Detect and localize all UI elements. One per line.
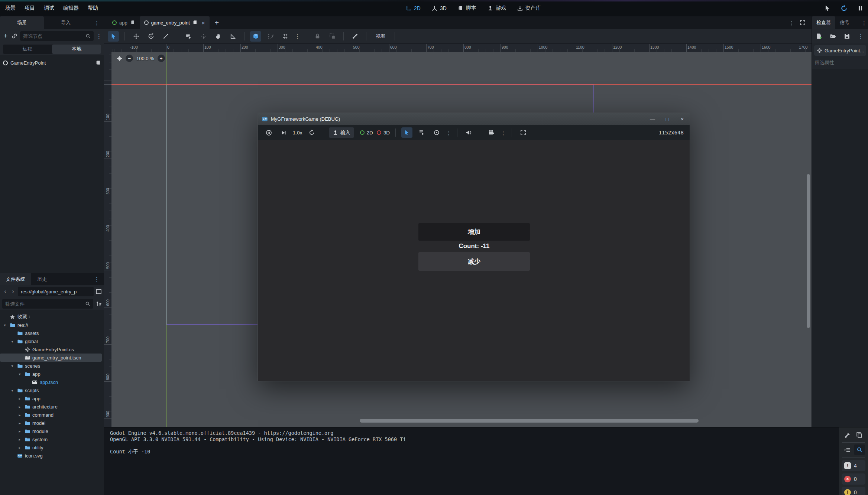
remote-tab[interactable]: 远程 <box>3 45 52 54</box>
game-select-tool-button[interactable] <box>401 127 412 138</box>
camera-3d-button[interactable]: 3D <box>377 130 390 136</box>
tree-arrow-icon[interactable]: ▸ <box>17 429 22 433</box>
input-toggle-button[interactable]: 输入 <box>329 127 354 138</box>
scene-tab-app[interactable]: app <box>108 16 140 29</box>
fs-tree-row[interactable]: ▾global <box>0 337 102 345</box>
fs-tree-row[interactable]: ▾scripts <box>0 386 102 394</box>
view-menu-button[interactable]: 视图 <box>372 33 389 40</box>
camera-2d-button[interactable]: 2D <box>360 130 373 136</box>
menu-project[interactable]: 项目 <box>25 5 35 12</box>
clear-output-button[interactable] <box>843 430 852 439</box>
fs-tree-row[interactable]: assets <box>0 329 102 337</box>
tree-arrow-icon[interactable]: ▾ <box>10 388 15 393</box>
pause-game-icon[interactable] <box>857 5 864 12</box>
new-scene-tab-button[interactable]: + <box>215 19 219 27</box>
workspace-3d-button[interactable]: 3D <box>432 5 447 11</box>
menu-scene[interactable]: 场景 <box>5 5 16 12</box>
script-icon[interactable] <box>130 20 135 25</box>
fs-tree-row[interactable]: ▸architecture <box>0 403 102 411</box>
menu-help[interactable]: 帮助 <box>88 5 98 12</box>
fs-tree-row[interactable]: ▾app <box>0 370 102 378</box>
fs-tree-row[interactable]: ▸module <box>0 427 102 435</box>
distraction-free-icon[interactable] <box>800 20 806 26</box>
fs-tree-row[interactable]: GameEntryPoint.cs <box>0 345 102 354</box>
fs-tree-row[interactable]: ▾scenes <box>0 362 102 370</box>
game-menu-icon[interactable]: ⋮ <box>446 130 451 136</box>
select-tool-button[interactable] <box>108 31 119 42</box>
snap-options-menu-icon[interactable]: ⋮ <box>295 33 300 39</box>
fs-tree-row[interactable]: ▾res:// <box>0 321 102 329</box>
fs-tree-row[interactable]: game_entry_point.tscn <box>0 354 102 362</box>
dock-tabs-overflow-icon[interactable]: ⋮ <box>861 20 868 26</box>
speed-select[interactable]: 1.0x <box>293 130 302 136</box>
menu-debug[interactable]: 调试 <box>44 5 54 12</box>
movie-mode-button[interactable] <box>486 127 497 138</box>
workspace-game-button[interactable]: 游戏 <box>488 5 506 12</box>
scene-tab-game-entry-point[interactable]: game_entry_point × <box>140 16 210 29</box>
inspected-node-button[interactable]: GameEntryPoint... <box>814 45 866 56</box>
nav-back-button[interactable]: ‹ <box>2 288 8 295</box>
zoom-in-button[interactable]: + <box>158 55 165 62</box>
camera-override-button[interactable] <box>431 127 442 138</box>
instance-scene-icon[interactable] <box>12 33 17 39</box>
tree-arrow-icon[interactable]: ▸ <box>17 413 22 417</box>
fs-tree-row[interactable]: icon.svg <box>0 452 102 460</box>
workspace-script-button[interactable]: 脚本 <box>458 5 476 12</box>
split-view-icon[interactable] <box>95 289 102 295</box>
fullscreen-button[interactable] <box>518 127 529 138</box>
messages-filter-button[interactable]: ! 4 <box>842 460 865 471</box>
decrease-button[interactable]: 减少 <box>418 252 530 271</box>
load-resource-icon[interactable] <box>830 33 836 39</box>
fs-path-input[interactable] <box>18 287 94 296</box>
vertical-scrollbar[interactable] <box>807 174 810 328</box>
restart-game-icon[interactable] <box>841 5 848 12</box>
tree-arrow-icon[interactable]: ▸ <box>17 446 22 450</box>
tree-arrow-icon[interactable]: ▾ <box>17 372 22 376</box>
snap-cursor-button[interactable] <box>198 31 209 42</box>
horizontal-scrollbar[interactable] <box>360 419 699 423</box>
tree-arrow-icon[interactable]: ▾ <box>2 323 7 327</box>
close-button[interactable]: × <box>675 113 690 125</box>
sort-files-icon[interactable] <box>96 301 102 307</box>
scene-tree-menu-icon[interactable]: ⋮ <box>96 33 102 39</box>
ruler-tool-button[interactable] <box>227 31 239 42</box>
skeleton-options-button[interactable] <box>349 31 360 42</box>
search-output-button[interactable] <box>854 444 865 455</box>
nav-forward-button[interactable]: › <box>10 288 16 295</box>
grid-snap-button[interactable] <box>280 31 291 42</box>
lock-node-button[interactable] <box>312 31 323 42</box>
fs-tree-row[interactable]: ▸utility <box>0 443 102 452</box>
node-snap-button[interactable] <box>265 31 276 42</box>
tab-history[interactable]: 历史 <box>31 273 53 285</box>
suspend-button[interactable] <box>263 127 274 138</box>
smart-snap-button[interactable] <box>250 31 261 42</box>
pan-tool-button[interactable] <box>213 31 224 42</box>
tree-arrow-icon[interactable]: ▾ <box>10 339 15 343</box>
warnings-filter-button[interactable]: ! 0 <box>842 487 865 495</box>
minimize-button[interactable]: — <box>645 113 660 125</box>
center-view-icon[interactable] <box>117 56 122 61</box>
fs-tree-row[interactable]: 收藏： <box>0 313 102 321</box>
scene-dock-menu-icon[interactable]: ⋮ <box>90 20 104 26</box>
zoom-level-label[interactable]: 100.0 % <box>136 56 154 61</box>
errors-filter-button[interactable]: × 0 <box>842 473 865 485</box>
script-icon[interactable] <box>192 20 198 25</box>
maximize-button[interactable]: □ <box>660 113 675 125</box>
inspector-menu-icon[interactable]: ⋮ <box>858 33 864 39</box>
filter-nodes-field[interactable] <box>20 31 94 41</box>
workspace-assetlib-button[interactable]: 资产库 <box>517 5 541 12</box>
new-resource-icon[interactable] <box>816 33 822 39</box>
scale-tool-button[interactable] <box>160 31 171 42</box>
reset-speed-button[interactable] <box>306 127 317 138</box>
fs-tree-row[interactable]: ▸model <box>0 419 102 427</box>
tree-arrow-icon[interactable]: ▾ <box>10 364 15 368</box>
fs-tree-row[interactable]: ▸app <box>0 394 102 403</box>
tab-scene[interactable]: 场景 <box>0 16 44 29</box>
fs-tree-row[interactable]: ▸command <box>0 411 102 419</box>
tab-filesystem[interactable]: 文件系统 <box>0 273 31 285</box>
increase-button[interactable]: 增加 <box>418 223 530 241</box>
copy-output-button[interactable] <box>855 430 864 439</box>
tree-arrow-icon[interactable]: ▸ <box>17 405 22 409</box>
next-frame-button[interactable] <box>278 127 289 138</box>
tab-import[interactable]: 导入 <box>44 16 88 29</box>
